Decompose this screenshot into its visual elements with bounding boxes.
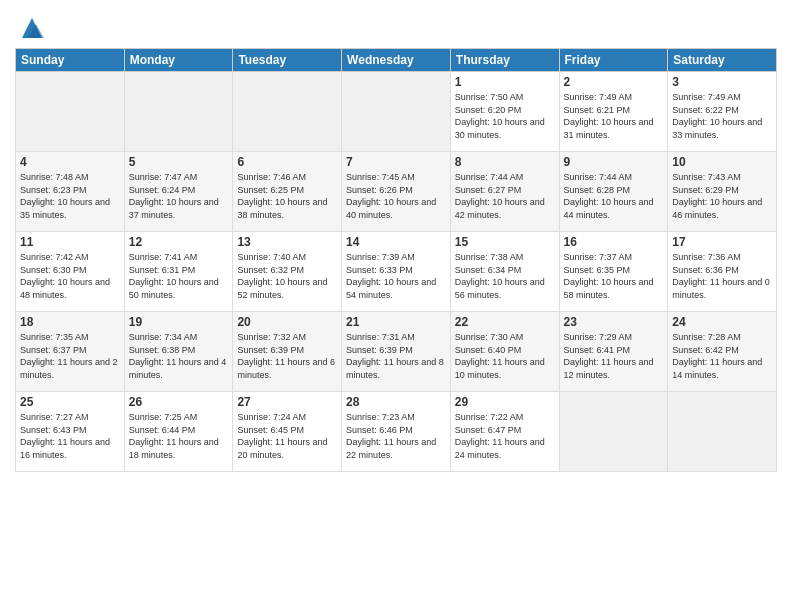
col-sunday: Sunday	[16, 49, 125, 72]
calendar-cell: 20Sunrise: 7:32 AM Sunset: 6:39 PM Dayli…	[233, 312, 342, 392]
day-info: Sunrise: 7:30 AM Sunset: 6:40 PM Dayligh…	[455, 331, 555, 381]
day-info: Sunrise: 7:44 AM Sunset: 6:27 PM Dayligh…	[455, 171, 555, 221]
calendar-cell: 21Sunrise: 7:31 AM Sunset: 6:39 PM Dayli…	[342, 312, 451, 392]
calendar-week-row: 4Sunrise: 7:48 AM Sunset: 6:23 PM Daylig…	[16, 152, 777, 232]
day-info: Sunrise: 7:24 AM Sunset: 6:45 PM Dayligh…	[237, 411, 337, 461]
day-info: Sunrise: 7:32 AM Sunset: 6:39 PM Dayligh…	[237, 331, 337, 381]
day-number: 12	[129, 235, 229, 249]
day-number: 2	[564, 75, 664, 89]
day-number: 4	[20, 155, 120, 169]
day-info: Sunrise: 7:47 AM Sunset: 6:24 PM Dayligh…	[129, 171, 229, 221]
calendar-cell: 9Sunrise: 7:44 AM Sunset: 6:28 PM Daylig…	[559, 152, 668, 232]
calendar-cell	[124, 72, 233, 152]
day-info: Sunrise: 7:49 AM Sunset: 6:21 PM Dayligh…	[564, 91, 664, 141]
day-info: Sunrise: 7:41 AM Sunset: 6:31 PM Dayligh…	[129, 251, 229, 301]
day-number: 9	[564, 155, 664, 169]
day-info: Sunrise: 7:42 AM Sunset: 6:30 PM Dayligh…	[20, 251, 120, 301]
day-number: 1	[455, 75, 555, 89]
day-info: Sunrise: 7:23 AM Sunset: 6:46 PM Dayligh…	[346, 411, 446, 461]
day-info: Sunrise: 7:37 AM Sunset: 6:35 PM Dayligh…	[564, 251, 664, 301]
day-number: 17	[672, 235, 772, 249]
day-info: Sunrise: 7:25 AM Sunset: 6:44 PM Dayligh…	[129, 411, 229, 461]
day-number: 7	[346, 155, 446, 169]
calendar-cell: 6Sunrise: 7:46 AM Sunset: 6:25 PM Daylig…	[233, 152, 342, 232]
day-info: Sunrise: 7:45 AM Sunset: 6:26 PM Dayligh…	[346, 171, 446, 221]
calendar-cell: 8Sunrise: 7:44 AM Sunset: 6:27 PM Daylig…	[450, 152, 559, 232]
page: Sunday Monday Tuesday Wednesday Thursday…	[0, 0, 792, 612]
day-info: Sunrise: 7:28 AM Sunset: 6:42 PM Dayligh…	[672, 331, 772, 381]
calendar-cell: 13Sunrise: 7:40 AM Sunset: 6:32 PM Dayli…	[233, 232, 342, 312]
day-info: Sunrise: 7:38 AM Sunset: 6:34 PM Dayligh…	[455, 251, 555, 301]
calendar-cell	[559, 392, 668, 472]
calendar-cell: 17Sunrise: 7:36 AM Sunset: 6:36 PM Dayli…	[668, 232, 777, 312]
calendar-cell	[342, 72, 451, 152]
day-info: Sunrise: 7:22 AM Sunset: 6:47 PM Dayligh…	[455, 411, 555, 461]
calendar-cell: 4Sunrise: 7:48 AM Sunset: 6:23 PM Daylig…	[16, 152, 125, 232]
day-number: 15	[455, 235, 555, 249]
calendar-cell: 14Sunrise: 7:39 AM Sunset: 6:33 PM Dayli…	[342, 232, 451, 312]
day-info: Sunrise: 7:43 AM Sunset: 6:29 PM Dayligh…	[672, 171, 772, 221]
calendar-cell: 24Sunrise: 7:28 AM Sunset: 6:42 PM Dayli…	[668, 312, 777, 392]
day-info: Sunrise: 7:36 AM Sunset: 6:36 PM Dayligh…	[672, 251, 772, 301]
calendar-cell: 19Sunrise: 7:34 AM Sunset: 6:38 PM Dayli…	[124, 312, 233, 392]
calendar-cell: 26Sunrise: 7:25 AM Sunset: 6:44 PM Dayli…	[124, 392, 233, 472]
calendar-cell: 11Sunrise: 7:42 AM Sunset: 6:30 PM Dayli…	[16, 232, 125, 312]
col-tuesday: Tuesday	[233, 49, 342, 72]
day-info: Sunrise: 7:39 AM Sunset: 6:33 PM Dayligh…	[346, 251, 446, 301]
day-number: 21	[346, 315, 446, 329]
calendar-cell: 16Sunrise: 7:37 AM Sunset: 6:35 PM Dayli…	[559, 232, 668, 312]
calendar-cell: 23Sunrise: 7:29 AM Sunset: 6:41 PM Dayli…	[559, 312, 668, 392]
day-number: 11	[20, 235, 120, 249]
day-number: 20	[237, 315, 337, 329]
calendar-week-row: 1Sunrise: 7:50 AM Sunset: 6:20 PM Daylig…	[16, 72, 777, 152]
calendar-cell: 5Sunrise: 7:47 AM Sunset: 6:24 PM Daylig…	[124, 152, 233, 232]
calendar-cell: 2Sunrise: 7:49 AM Sunset: 6:21 PM Daylig…	[559, 72, 668, 152]
calendar-cell: 7Sunrise: 7:45 AM Sunset: 6:26 PM Daylig…	[342, 152, 451, 232]
calendar-cell: 1Sunrise: 7:50 AM Sunset: 6:20 PM Daylig…	[450, 72, 559, 152]
day-info: Sunrise: 7:46 AM Sunset: 6:25 PM Dayligh…	[237, 171, 337, 221]
calendar-cell: 29Sunrise: 7:22 AM Sunset: 6:47 PM Dayli…	[450, 392, 559, 472]
day-number: 26	[129, 395, 229, 409]
calendar-cell: 25Sunrise: 7:27 AM Sunset: 6:43 PM Dayli…	[16, 392, 125, 472]
logo	[15, 14, 46, 42]
col-thursday: Thursday	[450, 49, 559, 72]
day-number: 10	[672, 155, 772, 169]
calendar-week-row: 25Sunrise: 7:27 AM Sunset: 6:43 PM Dayli…	[16, 392, 777, 472]
day-number: 8	[455, 155, 555, 169]
day-number: 14	[346, 235, 446, 249]
calendar-cell	[16, 72, 125, 152]
calendar: Sunday Monday Tuesday Wednesday Thursday…	[15, 48, 777, 472]
header	[15, 10, 777, 42]
calendar-cell: 10Sunrise: 7:43 AM Sunset: 6:29 PM Dayli…	[668, 152, 777, 232]
day-number: 13	[237, 235, 337, 249]
day-info: Sunrise: 7:50 AM Sunset: 6:20 PM Dayligh…	[455, 91, 555, 141]
day-number: 27	[237, 395, 337, 409]
logo-icon	[18, 14, 46, 42]
calendar-cell: 18Sunrise: 7:35 AM Sunset: 6:37 PM Dayli…	[16, 312, 125, 392]
calendar-cell: 22Sunrise: 7:30 AM Sunset: 6:40 PM Dayli…	[450, 312, 559, 392]
calendar-week-row: 11Sunrise: 7:42 AM Sunset: 6:30 PM Dayli…	[16, 232, 777, 312]
col-wednesday: Wednesday	[342, 49, 451, 72]
col-monday: Monday	[124, 49, 233, 72]
calendar-cell	[233, 72, 342, 152]
day-info: Sunrise: 7:44 AM Sunset: 6:28 PM Dayligh…	[564, 171, 664, 221]
day-number: 22	[455, 315, 555, 329]
day-info: Sunrise: 7:48 AM Sunset: 6:23 PM Dayligh…	[20, 171, 120, 221]
col-friday: Friday	[559, 49, 668, 72]
calendar-cell: 28Sunrise: 7:23 AM Sunset: 6:46 PM Dayli…	[342, 392, 451, 472]
calendar-week-row: 18Sunrise: 7:35 AM Sunset: 6:37 PM Dayli…	[16, 312, 777, 392]
day-info: Sunrise: 7:34 AM Sunset: 6:38 PM Dayligh…	[129, 331, 229, 381]
day-number: 28	[346, 395, 446, 409]
day-number: 5	[129, 155, 229, 169]
calendar-cell: 15Sunrise: 7:38 AM Sunset: 6:34 PM Dayli…	[450, 232, 559, 312]
day-info: Sunrise: 7:29 AM Sunset: 6:41 PM Dayligh…	[564, 331, 664, 381]
calendar-cell: 3Sunrise: 7:49 AM Sunset: 6:22 PM Daylig…	[668, 72, 777, 152]
day-info: Sunrise: 7:31 AM Sunset: 6:39 PM Dayligh…	[346, 331, 446, 381]
col-saturday: Saturday	[668, 49, 777, 72]
day-info: Sunrise: 7:35 AM Sunset: 6:37 PM Dayligh…	[20, 331, 120, 381]
day-number: 19	[129, 315, 229, 329]
day-number: 29	[455, 395, 555, 409]
day-info: Sunrise: 7:49 AM Sunset: 6:22 PM Dayligh…	[672, 91, 772, 141]
calendar-cell	[668, 392, 777, 472]
day-info: Sunrise: 7:40 AM Sunset: 6:32 PM Dayligh…	[237, 251, 337, 301]
